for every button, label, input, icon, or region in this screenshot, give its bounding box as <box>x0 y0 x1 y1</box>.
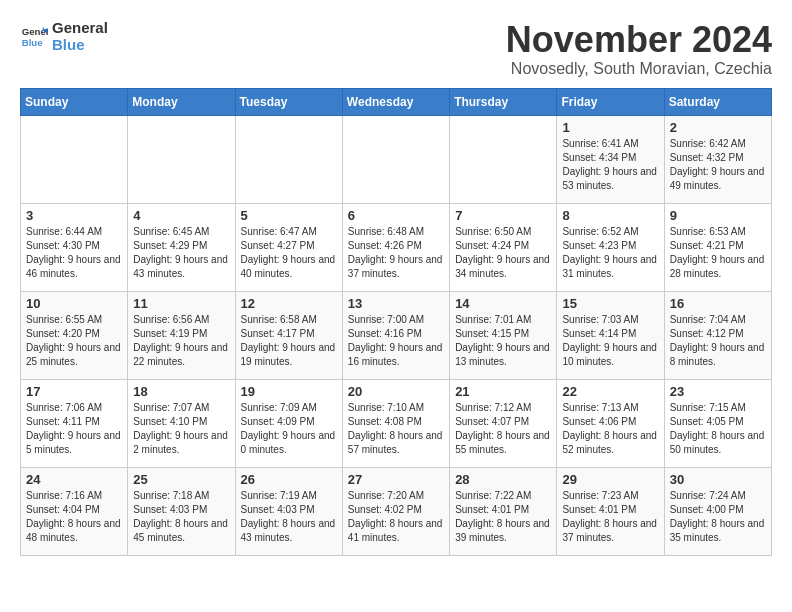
header-day-sunday: Sunday <box>21 88 128 115</box>
day-number: 17 <box>26 384 122 399</box>
calendar-cell: 27Sunrise: 7:20 AM Sunset: 4:02 PM Dayli… <box>342 467 449 555</box>
calendar-cell: 29Sunrise: 7:23 AM Sunset: 4:01 PM Dayli… <box>557 467 664 555</box>
svg-text:General: General <box>22 26 48 37</box>
day-info: Sunrise: 6:53 AM Sunset: 4:21 PM Dayligh… <box>670 225 766 281</box>
header-day-saturday: Saturday <box>664 88 771 115</box>
calendar-cell: 10Sunrise: 6:55 AM Sunset: 4:20 PM Dayli… <box>21 291 128 379</box>
day-info: Sunrise: 7:19 AM Sunset: 4:03 PM Dayligh… <box>241 489 337 545</box>
calendar-cell: 6Sunrise: 6:48 AM Sunset: 4:26 PM Daylig… <box>342 203 449 291</box>
day-number: 27 <box>348 472 444 487</box>
day-info: Sunrise: 7:24 AM Sunset: 4:00 PM Dayligh… <box>670 489 766 545</box>
calendar-table: SundayMondayTuesdayWednesdayThursdayFrid… <box>20 88 772 556</box>
calendar-cell: 20Sunrise: 7:10 AM Sunset: 4:08 PM Dayli… <box>342 379 449 467</box>
day-info: Sunrise: 7:22 AM Sunset: 4:01 PM Dayligh… <box>455 489 551 545</box>
day-number: 11 <box>133 296 229 311</box>
calendar-cell: 19Sunrise: 7:09 AM Sunset: 4:09 PM Dayli… <box>235 379 342 467</box>
day-info: Sunrise: 6:42 AM Sunset: 4:32 PM Dayligh… <box>670 137 766 193</box>
svg-text:Blue: Blue <box>22 36 43 47</box>
day-info: Sunrise: 6:44 AM Sunset: 4:30 PM Dayligh… <box>26 225 122 281</box>
day-info: Sunrise: 7:09 AM Sunset: 4:09 PM Dayligh… <box>241 401 337 457</box>
day-number: 18 <box>133 384 229 399</box>
calendar-cell: 24Sunrise: 7:16 AM Sunset: 4:04 PM Dayli… <box>21 467 128 555</box>
calendar-cell: 15Sunrise: 7:03 AM Sunset: 4:14 PM Dayli… <box>557 291 664 379</box>
calendar-cell: 11Sunrise: 6:56 AM Sunset: 4:19 PM Dayli… <box>128 291 235 379</box>
day-info: Sunrise: 6:41 AM Sunset: 4:34 PM Dayligh… <box>562 137 658 193</box>
day-info: Sunrise: 7:03 AM Sunset: 4:14 PM Dayligh… <box>562 313 658 369</box>
day-info: Sunrise: 7:18 AM Sunset: 4:03 PM Dayligh… <box>133 489 229 545</box>
header-day-monday: Monday <box>128 88 235 115</box>
day-number: 3 <box>26 208 122 223</box>
day-info: Sunrise: 6:58 AM Sunset: 4:17 PM Dayligh… <box>241 313 337 369</box>
header: General Blue General Blue November 2024 … <box>20 20 772 78</box>
calendar-header-row: SundayMondayTuesdayWednesdayThursdayFrid… <box>21 88 772 115</box>
day-number: 13 <box>348 296 444 311</box>
logo-blue: Blue <box>52 37 108 54</box>
calendar-cell: 23Sunrise: 7:15 AM Sunset: 4:05 PM Dayli… <box>664 379 771 467</box>
day-info: Sunrise: 7:00 AM Sunset: 4:16 PM Dayligh… <box>348 313 444 369</box>
day-info: Sunrise: 7:04 AM Sunset: 4:12 PM Dayligh… <box>670 313 766 369</box>
day-number: 25 <box>133 472 229 487</box>
day-info: Sunrise: 6:48 AM Sunset: 4:26 PM Dayligh… <box>348 225 444 281</box>
day-number: 28 <box>455 472 551 487</box>
day-info: Sunrise: 6:52 AM Sunset: 4:23 PM Dayligh… <box>562 225 658 281</box>
logo: General Blue General Blue <box>20 20 108 53</box>
calendar-cell: 7Sunrise: 6:50 AM Sunset: 4:24 PM Daylig… <box>450 203 557 291</box>
day-info: Sunrise: 7:06 AM Sunset: 4:11 PM Dayligh… <box>26 401 122 457</box>
logo-general: General <box>52 20 108 37</box>
calendar-cell: 26Sunrise: 7:19 AM Sunset: 4:03 PM Dayli… <box>235 467 342 555</box>
calendar-body: 1Sunrise: 6:41 AM Sunset: 4:34 PM Daylig… <box>21 115 772 555</box>
header-day-wednesday: Wednesday <box>342 88 449 115</box>
calendar-cell <box>128 115 235 203</box>
calendar-week-1: 1Sunrise: 6:41 AM Sunset: 4:34 PM Daylig… <box>21 115 772 203</box>
calendar-cell <box>21 115 128 203</box>
title-area: November 2024 Novosedly, South Moravian,… <box>506 20 772 78</box>
calendar-cell: 14Sunrise: 7:01 AM Sunset: 4:15 PM Dayli… <box>450 291 557 379</box>
day-info: Sunrise: 7:15 AM Sunset: 4:05 PM Dayligh… <box>670 401 766 457</box>
day-info: Sunrise: 7:12 AM Sunset: 4:07 PM Dayligh… <box>455 401 551 457</box>
calendar-cell: 18Sunrise: 7:07 AM Sunset: 4:10 PM Dayli… <box>128 379 235 467</box>
day-info: Sunrise: 7:13 AM Sunset: 4:06 PM Dayligh… <box>562 401 658 457</box>
day-number: 29 <box>562 472 658 487</box>
day-number: 9 <box>670 208 766 223</box>
day-info: Sunrise: 6:45 AM Sunset: 4:29 PM Dayligh… <box>133 225 229 281</box>
day-number: 16 <box>670 296 766 311</box>
calendar-cell: 12Sunrise: 6:58 AM Sunset: 4:17 PM Dayli… <box>235 291 342 379</box>
day-info: Sunrise: 6:55 AM Sunset: 4:20 PM Dayligh… <box>26 313 122 369</box>
day-info: Sunrise: 7:07 AM Sunset: 4:10 PM Dayligh… <box>133 401 229 457</box>
day-number: 4 <box>133 208 229 223</box>
day-number: 7 <box>455 208 551 223</box>
calendar-cell: 2Sunrise: 6:42 AM Sunset: 4:32 PM Daylig… <box>664 115 771 203</box>
header-day-tuesday: Tuesday <box>235 88 342 115</box>
calendar-cell: 21Sunrise: 7:12 AM Sunset: 4:07 PM Dayli… <box>450 379 557 467</box>
calendar-cell: 17Sunrise: 7:06 AM Sunset: 4:11 PM Dayli… <box>21 379 128 467</box>
calendar-cell: 30Sunrise: 7:24 AM Sunset: 4:00 PM Dayli… <box>664 467 771 555</box>
day-number: 23 <box>670 384 766 399</box>
calendar-cell: 25Sunrise: 7:18 AM Sunset: 4:03 PM Dayli… <box>128 467 235 555</box>
day-info: Sunrise: 7:20 AM Sunset: 4:02 PM Dayligh… <box>348 489 444 545</box>
day-number: 5 <box>241 208 337 223</box>
day-info: Sunrise: 7:10 AM Sunset: 4:08 PM Dayligh… <box>348 401 444 457</box>
day-number: 24 <box>26 472 122 487</box>
day-info: Sunrise: 6:56 AM Sunset: 4:19 PM Dayligh… <box>133 313 229 369</box>
calendar-week-2: 3Sunrise: 6:44 AM Sunset: 4:30 PM Daylig… <box>21 203 772 291</box>
calendar-week-4: 17Sunrise: 7:06 AM Sunset: 4:11 PM Dayli… <box>21 379 772 467</box>
calendar-week-3: 10Sunrise: 6:55 AM Sunset: 4:20 PM Dayli… <box>21 291 772 379</box>
day-number: 1 <box>562 120 658 135</box>
calendar-cell: 1Sunrise: 6:41 AM Sunset: 4:34 PM Daylig… <box>557 115 664 203</box>
day-number: 2 <box>670 120 766 135</box>
day-number: 6 <box>348 208 444 223</box>
day-number: 10 <box>26 296 122 311</box>
calendar-week-5: 24Sunrise: 7:16 AM Sunset: 4:04 PM Dayli… <box>21 467 772 555</box>
day-number: 22 <box>562 384 658 399</box>
calendar-cell: 22Sunrise: 7:13 AM Sunset: 4:06 PM Dayli… <box>557 379 664 467</box>
calendar-cell: 16Sunrise: 7:04 AM Sunset: 4:12 PM Dayli… <box>664 291 771 379</box>
location: Novosedly, South Moravian, Czechia <box>506 60 772 78</box>
calendar-cell: 8Sunrise: 6:52 AM Sunset: 4:23 PM Daylig… <box>557 203 664 291</box>
calendar-cell: 28Sunrise: 7:22 AM Sunset: 4:01 PM Dayli… <box>450 467 557 555</box>
header-day-friday: Friday <box>557 88 664 115</box>
day-info: Sunrise: 7:01 AM Sunset: 4:15 PM Dayligh… <box>455 313 551 369</box>
month-title: November 2024 <box>506 20 772 60</box>
header-day-thursday: Thursday <box>450 88 557 115</box>
calendar-cell: 4Sunrise: 6:45 AM Sunset: 4:29 PM Daylig… <box>128 203 235 291</box>
day-number: 15 <box>562 296 658 311</box>
